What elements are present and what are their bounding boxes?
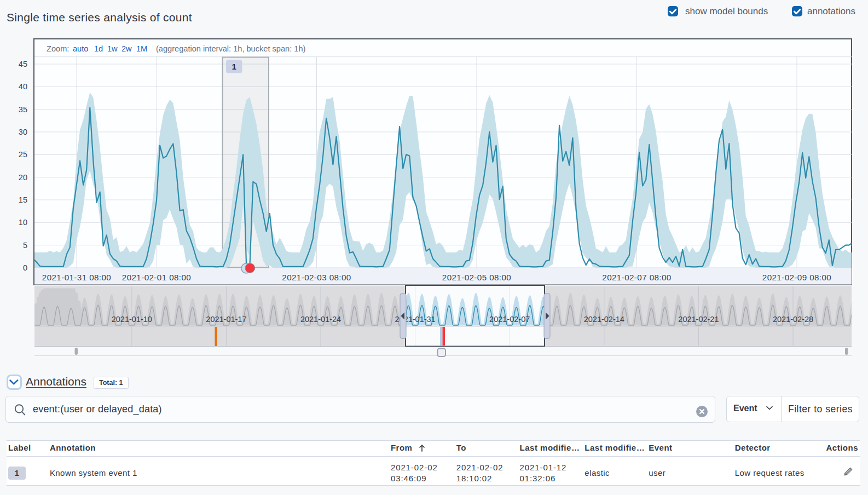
svg-text:40: 40	[19, 82, 27, 91]
svg-text:2021-01-17: 2021-01-17	[206, 315, 246, 324]
svg-text:0: 0	[23, 263, 27, 272]
svg-text:2021-02-14: 2021-02-14	[584, 315, 624, 324]
svg-text:30: 30	[19, 128, 27, 136]
svg-text:1: 1	[232, 62, 236, 71]
svg-text:2021-01-24: 2021-01-24	[300, 315, 341, 324]
svg-text:2021-02-28: 2021-02-28	[773, 315, 813, 324]
svg-text:2021-01-31 08:00: 2021-01-31 08:00	[42, 273, 111, 282]
svg-text:Zoom:: Zoom:	[47, 44, 69, 53]
svg-text:10: 10	[19, 218, 27, 227]
svg-text:2021-02-01 08:00: 2021-02-01 08:00	[122, 273, 191, 282]
svg-text:2021-01-10: 2021-01-10	[112, 315, 152, 324]
svg-text:2021-02-07 08:00: 2021-02-07 08:00	[602, 273, 671, 282]
svg-text:auto1d1w2w1M: auto1d1w2w1M	[73, 44, 147, 53]
svg-text:25: 25	[19, 150, 27, 159]
svg-text:35: 35	[19, 105, 27, 114]
svg-text:2021-02-09 08:00: 2021-02-09 08:00	[762, 273, 831, 282]
svg-text:5: 5	[23, 241, 27, 250]
svg-text:2021-02-07: 2021-02-07	[489, 315, 530, 324]
svg-text:2021-02-03 08:00: 2021-02-03 08:00	[282, 273, 351, 282]
svg-text:20: 20	[19, 173, 27, 182]
svg-text:45: 45	[19, 60, 27, 68]
svg-text:2021-02-21: 2021-02-21	[678, 315, 719, 324]
svg-text:15: 15	[19, 195, 27, 204]
svg-text:(aggregation interval: 1h, buc: (aggregation interval: 1h, bucket span: …	[156, 44, 305, 53]
svg-text:2021-02-05 08:00: 2021-02-05 08:00	[442, 273, 511, 282]
